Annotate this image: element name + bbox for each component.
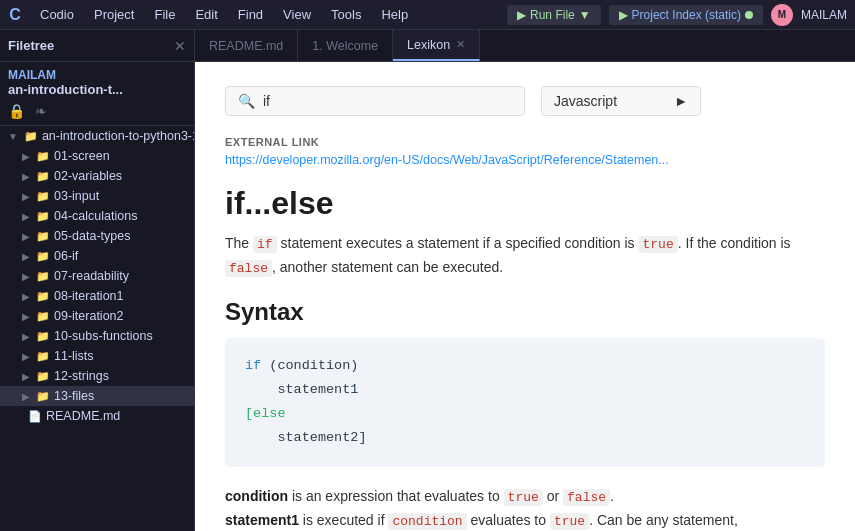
menu-tools[interactable]: Tools: [321, 3, 371, 26]
collapse-arrow: ▶: [22, 171, 30, 182]
sidebar-username: MAILAM: [8, 68, 186, 82]
collapse-arrow: ▶: [22, 311, 30, 322]
folder-icon: 📁: [36, 290, 50, 303]
avatar: M: [771, 4, 793, 26]
tree-item-label: an-introduction-to-python3-1 (r: [42, 129, 194, 143]
tree-item-label: 04-calculations: [54, 209, 137, 223]
sidebar-header: Filetree ✕: [0, 30, 194, 62]
external-link-label: EXTERNAL LINK: [225, 136, 825, 148]
tree-readme[interactable]: 📄 README.md: [0, 406, 194, 426]
tab-close-button[interactable]: ✕: [456, 38, 465, 51]
tree-item-01[interactable]: ▶ 📁 01-screen: [0, 146, 194, 166]
menubar: C Codio Project File Edit Find View Tool…: [0, 0, 855, 30]
tree-item-08[interactable]: ▶ 📁 08-iteration1: [0, 286, 194, 306]
code-false2: false: [563, 489, 610, 506]
folder-icon: 📁: [36, 330, 50, 343]
search-input[interactable]: [263, 93, 512, 109]
tree-item-label: 11-lists: [54, 349, 94, 363]
collapse-arrow: ▶: [22, 231, 30, 242]
tree-item-label: 01-screen: [54, 149, 110, 163]
bold-condition: condition: [225, 488, 288, 504]
tree-item-04[interactable]: ▶ 📁 04-calculations: [0, 206, 194, 226]
bottom-line-2: statement1 is executed if condition eval…: [225, 509, 825, 531]
code-if: if: [253, 236, 277, 253]
sidebar-title: Filetree: [8, 38, 54, 53]
folder-icon: 📁: [36, 270, 50, 283]
project-index-button[interactable]: ▶ Project Index (static): [609, 5, 763, 25]
tree-item-02[interactable]: ▶ 📁 02-variables: [0, 166, 194, 186]
language-label: Javascript: [554, 93, 617, 109]
dropdown-arrow-icon: ►: [674, 93, 688, 109]
tab-readme[interactable]: README.md: [195, 30, 298, 61]
collapse-arrow: ▶: [22, 151, 30, 162]
folder-icon: 📁: [36, 210, 50, 223]
menu-codio[interactable]: Codio: [30, 3, 84, 26]
external-link[interactable]: https://developer.mozilla.org/en-US/docs…: [225, 152, 825, 167]
tab-welcome[interactable]: 1. Welcome: [298, 30, 393, 61]
folder-icon: 📁: [36, 390, 50, 403]
share-icon[interactable]: ❧: [35, 103, 47, 119]
tree-item-13[interactable]: ▶ 📁 13-files: [0, 386, 194, 406]
code-block: if (condition) statement1 [else statemen…: [225, 338, 825, 467]
lexikon-toolbar: 🔍 Javascript ►: [225, 82, 825, 116]
code-true2: true: [504, 489, 543, 506]
run-file-icon: ▶: [517, 8, 526, 22]
tab-bar: README.md 1. Welcome Lexikon ✕: [195, 30, 855, 62]
syntax-heading: Syntax: [225, 298, 825, 326]
tree-item-07[interactable]: ▶ 📁 07-readability: [0, 266, 194, 286]
external-link-url[interactable]: https://developer.mozilla.org/en-US/docs…: [225, 153, 669, 167]
code-condition: condition: [388, 513, 466, 530]
tree-item-label: 05-data-types: [54, 229, 130, 243]
lock-icon[interactable]: 🔒: [8, 103, 25, 119]
menu-help[interactable]: Help: [371, 3, 418, 26]
folder-icon: 📁: [36, 310, 50, 323]
code-line-1: if (condition): [245, 354, 805, 378]
code-line-3: [else: [245, 402, 805, 426]
code-line-4: statement2]: [245, 426, 805, 450]
tree-item-label: 02-variables: [54, 169, 122, 183]
code-line-2: statement1: [245, 378, 805, 402]
bottom-line-1: condition is an expression that evaluate…: [225, 485, 825, 509]
green-status-dot: [745, 11, 753, 19]
run-file-button[interactable]: ▶ Run File ▼: [507, 5, 601, 25]
main-layout: Filetree ✕ MAILAM an-introduction-t... 🔒…: [0, 30, 855, 531]
bottom-text: condition is an expression that evaluate…: [225, 485, 825, 531]
code-true3: true: [550, 513, 589, 530]
app-logo: C: [0, 0, 30, 30]
menubar-right: ▶ Run File ▼ ▶ Project Index (static) M …: [507, 4, 855, 26]
menu-file[interactable]: File: [144, 3, 185, 26]
menu-project[interactable]: Project: [84, 3, 144, 26]
language-selector[interactable]: Javascript ►: [541, 86, 701, 116]
tree-item-09[interactable]: ▶ 📁 09-iteration2: [0, 306, 194, 326]
file-icon: 📄: [28, 410, 42, 423]
menu-edit[interactable]: Edit: [185, 3, 227, 26]
tree-item-label: 07-readability: [54, 269, 129, 283]
tree-item-05[interactable]: ▶ 📁 05-data-types: [0, 226, 194, 246]
sidebar: Filetree ✕ MAILAM an-introduction-t... 🔒…: [0, 30, 195, 531]
menubar-items: Codio Project File Edit Find View Tools …: [30, 3, 418, 26]
menu-find[interactable]: Find: [228, 3, 273, 26]
tree-item-11[interactable]: ▶ 📁 11-lists: [0, 346, 194, 366]
play-icon: ▶: [619, 8, 628, 22]
lexikon-content: 🔍 Javascript ► EXTERNAL LINK https://dev…: [195, 62, 855, 531]
collapse-arrow: ▶: [22, 351, 30, 362]
tree-item-03[interactable]: ▶ 📁 03-input: [0, 186, 194, 206]
tree-item-10[interactable]: ▶ 📁 10-subs-functions: [0, 326, 194, 346]
folder-icon: 📁: [36, 230, 50, 243]
menu-view[interactable]: View: [273, 3, 321, 26]
tree-item-06[interactable]: ▶ 📁 06-if: [0, 246, 194, 266]
description: The if statement executes a statement if…: [225, 232, 825, 280]
folder-icon: 📁: [36, 190, 50, 203]
sidebar-close-button[interactable]: ✕: [174, 38, 186, 54]
tree-item-12[interactable]: ▶ 📁 12-strings: [0, 366, 194, 386]
tree-item-label: 06-if: [54, 249, 78, 263]
tree-item-label: README.md: [46, 409, 120, 423]
tab-lexikon[interactable]: Lexikon ✕: [393, 30, 480, 61]
folder-icon: 📁: [36, 250, 50, 263]
editor-area: README.md 1. Welcome Lexikon ✕ 🔍 Javascr…: [195, 30, 855, 531]
collapse-arrow: ▼: [8, 131, 18, 142]
search-box[interactable]: 🔍: [225, 86, 525, 116]
collapse-arrow: ▶: [22, 211, 30, 222]
code-false: false: [225, 260, 272, 277]
tree-root[interactable]: ▼ 📁 an-introduction-to-python3-1 (r: [0, 126, 194, 146]
